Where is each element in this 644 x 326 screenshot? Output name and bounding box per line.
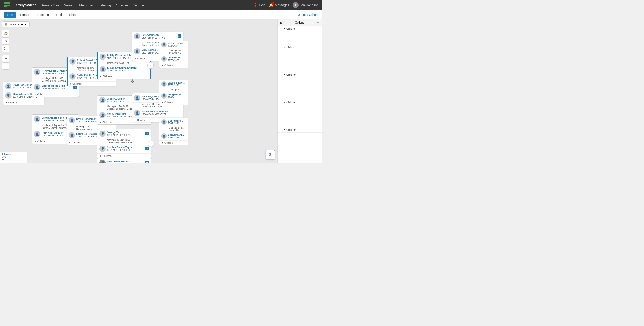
subnav-lists[interactable]: Lists: [66, 12, 79, 18]
children-label: Children: [8, 101, 18, 104]
person-name: George Tait: [107, 131, 144, 134]
partial-bottom-left[interactable]: Johnson ...98 Wyatt: [0, 151, 27, 163]
children-toggle[interactable]: ▼ Children: [68, 81, 116, 86]
avatar: 👤: [161, 93, 166, 98]
nav-temple[interactable]: Temple: [133, 3, 144, 7]
avatar: 👤: [5, 83, 12, 89]
location-button[interactable]: ⊕: [2, 37, 10, 45]
zoom-in-button[interactable]: +: [2, 55, 10, 62]
zoom-out-button[interactable]: −: [2, 62, 10, 70]
options-children-1[interactable]: ▼ Children: [278, 26, 322, 31]
nav-activities[interactable]: Activities: [116, 3, 129, 7]
options-children-3[interactable]: ▼ Children: [278, 72, 322, 77]
person-dates: 1780–... •: [168, 96, 186, 98]
options-children-4[interactable]: ▼ Children: [278, 100, 322, 105]
person-card-george-tait[interactable]: 👤 George Tait 1828–1904 • L7P8-KZC FP Ma…: [97, 129, 151, 158]
children-toggle[interactable]: ▼ Children: [98, 74, 150, 79]
chevron-down-icon: ▼: [34, 140, 36, 143]
nav-search[interactable]: Search: [64, 3, 75, 7]
children-label: Children: [72, 82, 82, 85]
person-dates: 1764–1824 • ...: [168, 122, 186, 125]
avatar: 👤: [5, 92, 12, 98]
options-dropdown-icon: ▼: [317, 21, 319, 24]
landscape-button[interactable]: ⊞ Landscape ▼: [2, 22, 30, 27]
move-cursor-indicator: ✛: [131, 79, 134, 84]
avatar: 👤: [134, 33, 140, 39]
avatar: 👤: [34, 116, 40, 122]
avatar: 👤: [134, 48, 140, 54]
partial-name-2: Wyatt: [2, 159, 25, 161]
children-label: Children: [137, 119, 146, 121]
avatar: 👤: [69, 132, 75, 138]
chevron-down-icon: ▼: [69, 141, 71, 144]
children-toggle[interactable]: ▼Children: [160, 63, 188, 68]
logo[interactable]: FamilySearch: [4, 1, 37, 9]
person-card-jacob-shuford[interactable]: 👤 Jacob Shufo... 1770–1844 • ... Marriag…: [159, 80, 188, 105]
help-others-button[interactable]: ⚙ Help Others: [298, 13, 318, 17]
chevron-down-icon: ▼: [69, 83, 72, 85]
partial-dates-1: ...98: [2, 155, 25, 158]
avatar: 👤: [161, 56, 166, 62]
avatar: 👤: [99, 145, 106, 152]
options-header[interactable]: ⊟ Options ▼: [278, 19, 322, 26]
person-card-ephraim[interactable]: 👤 Ephraim Pe... 1764–1824 • ... Marriage…: [159, 118, 188, 145]
person-card-brice-collins[interactable]: 👤 Brice Collins 1760–1829 • ... Marriage…: [159, 41, 188, 68]
settings-button[interactable]: ⚙: [266, 150, 275, 159]
children-toggle[interactable]: ▼Children: [160, 140, 188, 145]
subnav-person[interactable]: Person: [17, 12, 33, 18]
subnav-tree[interactable]: Tree: [4, 12, 16, 18]
avatar: 👤: [34, 84, 40, 90]
messages-button[interactable]: 🔔 1 Messages: [269, 3, 289, 8]
messages-icon: 🔔 1: [269, 3, 274, 8]
options-children-2[interactable]: ▼ Children: [278, 45, 322, 50]
nav-indexing[interactable]: Indexing: [98, 3, 111, 7]
nav-memories[interactable]: Memories: [79, 3, 94, 7]
forward-arrow[interactable]: ›: [148, 141, 154, 147]
avatar: 👤: [161, 133, 166, 139]
marriage-info: Marriage: 12 JUN 1859Darthmouth, Nova Sc…: [98, 138, 151, 144]
person-card-isaac-stevens[interactable]: 👤 Isaac Ward Stevens 1847–1910 • 27FB-VG…: [97, 158, 151, 163]
landscape-icon: ⊞: [5, 23, 7, 26]
children-toggle[interactable]: ▼ Children: [98, 153, 151, 158]
chevron-down-icon: ▼: [100, 75, 102, 78]
person-name: Elizabeth Al...: [168, 133, 186, 136]
person-name: Nancy Adeline Perkins: [142, 110, 181, 113]
messages-label: Messages: [275, 3, 289, 7]
user-menu[interactable]: T Tom Johnson: [293, 2, 318, 8]
chevron-down-icon: ▼: [5, 101, 8, 104]
children-toggle[interactable]: ▼ Children: [3, 100, 44, 105]
person-dates: 1828–1860 • LHJB-F7T: [107, 69, 149, 72]
person-dates: 1798–1843 • MTNW-7F2: [142, 113, 181, 115]
help-button[interactable]: ❓ Help: [253, 3, 266, 8]
person-name: Jacob Shufo...: [168, 81, 186, 84]
subnav-find[interactable]: Find: [53, 12, 65, 18]
options-icon: ⊟: [280, 21, 282, 24]
home-button[interactable]: 🏠: [2, 30, 10, 37]
avatar: 👤: [34, 69, 40, 75]
person-name: Isaac Ward Stevens: [107, 160, 144, 163]
person-dates: 1828–1904 • L7P8-KZC: [107, 134, 144, 136]
children-toggle[interactable]: ▼Children: [160, 100, 188, 105]
chevron-down-icon: ▼: [34, 93, 36, 96]
avatar: 👤: [34, 131, 40, 137]
tree-area[interactable]: ⊞ Landscape ▼ 🏠 ⊕ ⛶ + − ✛ 👤 David Tait J…: [0, 19, 322, 163]
children-label: Children: [102, 154, 112, 157]
avatar: 👤: [100, 66, 106, 72]
nav-right: ❓ Help 🔔 1 Messages T Tom Johnson: [253, 2, 318, 8]
children-toggle[interactable]: ▼ Children: [32, 92, 79, 96]
person-name: Peter Johnson: [142, 34, 176, 37]
chevron-down-icon: ▼: [134, 119, 136, 121]
back-arrow-button[interactable]: ‹: [147, 62, 154, 69]
options-children-5[interactable]: ▼ Children: [278, 127, 322, 132]
user-avatar-icon: T: [293, 2, 298, 8]
settings-icon: ⚙: [268, 152, 272, 157]
subnav-recents[interactable]: Recents: [34, 12, 52, 18]
fullscreen-button[interactable]: ⛶: [2, 45, 10, 52]
avatar: 👤: [99, 160, 106, 163]
landscape-dropdown-icon: ▼: [24, 23, 27, 26]
chevron-down-icon: ▼: [99, 155, 102, 157]
person-name: Margaret H...: [168, 93, 186, 96]
svg-rect-2: [4, 5, 7, 7]
marriage-info: Marriage: 09 Jan 1846: [98, 61, 150, 65]
nav-family-tree[interactable]: Family Tree: [42, 3, 60, 7]
